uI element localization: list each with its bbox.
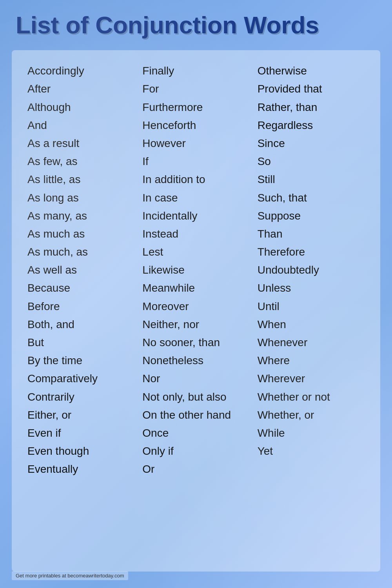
list-item: Nonetheless xyxy=(142,352,249,370)
list-item: Finally xyxy=(142,62,249,80)
list-item: Contrarily xyxy=(27,388,134,406)
list-item: Regardless xyxy=(258,116,365,134)
list-item: Henceforth xyxy=(142,116,249,134)
list-item: Therefore xyxy=(258,243,365,261)
list-item: Undoubtedly xyxy=(258,261,365,279)
list-item: But xyxy=(27,334,134,352)
list-item: As little, as xyxy=(27,171,134,189)
content-box: AccordinglyAfterAlthoughAndAs a resultAs… xyxy=(12,50,380,572)
list-item: Even if xyxy=(27,424,134,442)
list-item: In addition to xyxy=(142,171,249,189)
list-item: While xyxy=(258,424,365,442)
list-item: Since xyxy=(258,134,365,152)
list-item: Such, that xyxy=(258,189,365,207)
list-item: When xyxy=(258,316,365,334)
list-item: As few, as xyxy=(27,152,134,171)
list-item: Still xyxy=(258,171,365,189)
list-item: Yet xyxy=(258,442,365,460)
list-item: Or xyxy=(142,460,249,478)
list-item: Incidentally xyxy=(142,207,249,225)
list-item: Whether or not xyxy=(258,388,365,406)
list-item: After xyxy=(27,80,134,98)
list-item: Moreover xyxy=(142,298,249,316)
list-item: Neither, nor xyxy=(142,316,249,334)
list-item: Lest xyxy=(142,243,249,261)
list-item: Provided that xyxy=(258,80,365,98)
list-item: And xyxy=(27,116,134,134)
list-item: On the other hand xyxy=(142,406,249,424)
list-item: Comparatively xyxy=(27,370,134,388)
list-item: Nor xyxy=(142,370,249,388)
columns-grid: AccordinglyAfterAlthoughAndAs a resultAs… xyxy=(27,62,365,478)
list-item: Accordingly xyxy=(27,62,134,80)
list-item: Until xyxy=(258,298,365,316)
list-item: In case xyxy=(142,189,249,207)
list-item: Whenever xyxy=(258,334,365,352)
list-item: Although xyxy=(27,98,134,116)
list-item: Only if xyxy=(142,442,249,460)
list-item: As a result xyxy=(27,134,134,152)
list-item: So xyxy=(258,152,365,171)
column-1: AccordinglyAfterAlthoughAndAs a resultAs… xyxy=(27,62,134,478)
list-item: Even though xyxy=(27,442,134,460)
list-item: Eventually xyxy=(27,460,134,478)
list-item: Both, and xyxy=(27,316,134,334)
list-item: Otherwise xyxy=(258,62,365,80)
list-item: Rather, than xyxy=(258,98,365,116)
title-container: List of Conjunction Words xyxy=(0,0,392,46)
list-item: Than xyxy=(258,225,365,243)
list-item: As long as xyxy=(27,189,134,207)
list-item: Either, or xyxy=(27,406,134,424)
list-item: Unless xyxy=(258,279,365,297)
list-item: For xyxy=(142,80,249,98)
list-item: As well as xyxy=(27,261,134,279)
column-3: OtherwiseProvided thatRather, thanRegard… xyxy=(258,62,365,478)
list-item: Once xyxy=(142,424,249,442)
list-item: Whether, or xyxy=(258,406,365,424)
list-item: However xyxy=(142,134,249,152)
list-item: If xyxy=(142,152,249,171)
list-item: No sooner, than xyxy=(142,334,249,352)
list-item: Where xyxy=(258,352,365,370)
list-item: Before xyxy=(27,298,134,316)
list-item: Furthermore xyxy=(142,98,249,116)
list-item: Not only, but also xyxy=(142,388,249,406)
footer-text: Get more printables at becomeawritertoda… xyxy=(12,571,128,580)
list-item: Because xyxy=(27,279,134,297)
list-item: By the time xyxy=(27,352,134,370)
list-item: Wherever xyxy=(258,370,365,388)
list-item: Instead xyxy=(142,225,249,243)
list-item: As much as xyxy=(27,225,134,243)
list-item: Likewise xyxy=(142,261,249,279)
list-item: As much, as xyxy=(27,243,134,261)
list-item: Suppose xyxy=(258,207,365,225)
list-item: Meanwhile xyxy=(142,279,249,297)
page-title: List of Conjunction Words xyxy=(16,12,376,38)
list-item: As many, as xyxy=(27,207,134,225)
column-2: FinallyForFurthermoreHenceforthHoweverIf… xyxy=(142,62,249,478)
